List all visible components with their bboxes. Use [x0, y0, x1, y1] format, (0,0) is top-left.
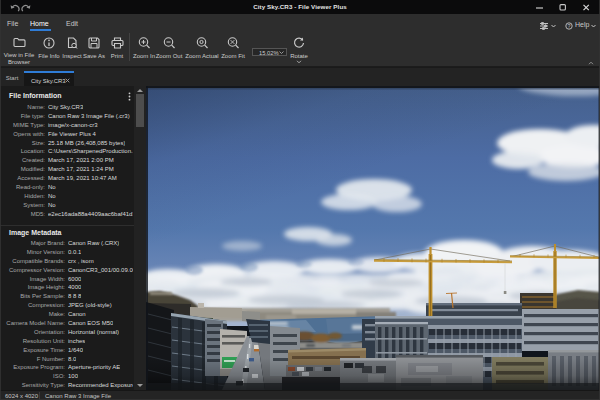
svg-text:?: ?	[568, 23, 571, 29]
